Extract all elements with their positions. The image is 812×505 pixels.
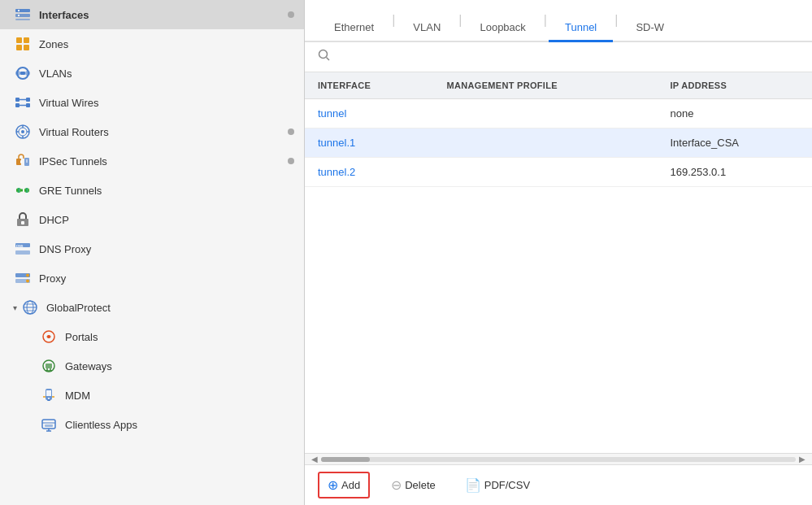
scroll-left-btn[interactable]: ◀ — [308, 455, 321, 464]
pdf-csv-label: PDF/CSV — [484, 479, 530, 491]
sidebar-item-clientless-apps[interactable]: Clientless Apps — [0, 410, 304, 439]
svg-rect-1 — [15, 14, 30, 17]
svg-point-68 — [319, 50, 328, 59]
tab-ethernet[interactable]: Ethernet — [318, 15, 390, 42]
svg-rect-8 — [24, 45, 29, 50]
sidebar-scroll[interactable]: Interfaces Zones — [0, 0, 304, 505]
svg-rect-58 — [47, 399, 50, 401]
tunnel1-link[interactable]: tunnel.1 — [318, 137, 355, 149]
sidebar-item-gateways[interactable]: Gateways — [0, 351, 304, 381]
tab-sep-4: | — [613, 13, 619, 28]
horizontal-scrollbar[interactable]: ◀ ▶ — [305, 453, 812, 464]
sidebar-item-virtual-wires[interactable]: Virtual Wires — [0, 88, 304, 117]
pdf-icon: 📄 — [465, 477, 481, 493]
proxy-icon — [13, 268, 33, 288]
interface-table: INTERFACE MANAGEMENT PROFILE IP ADDRESS … — [305, 72, 812, 187]
sidebar-item-virtual-routers[interactable]: Virtual Routers — [0, 117, 304, 146]
table-header-row: INTERFACE MANAGEMENT PROFILE IP ADDRESS — [305, 72, 812, 99]
cell-ip-tunnel2: 169.253.0.1 — [658, 158, 813, 187]
cell-interface-tunnel1[interactable]: tunnel.1 — [305, 128, 434, 158]
virtual-wires-icon — [13, 93, 33, 112]
add-button[interactable]: ⊕ Add — [318, 472, 370, 498]
tab-sd-w[interactable]: SD-W — [619, 15, 680, 42]
sidebar-item-portals[interactable]: Portals — [0, 322, 304, 351]
delete-button[interactable]: ⊖ Delete — [383, 473, 444, 497]
sidebar-item-virtual-routers-label: Virtual Routers — [39, 126, 284, 138]
svg-point-11 — [25, 71, 30, 76]
tunnel-link[interactable]: tunnel — [318, 107, 346, 120]
dns-proxy-icon: DNS — [13, 239, 33, 259]
virtual-routers-dot — [288, 128, 294, 135]
toolbar: ⊕ Add ⊖ Delete 📄 PDF/CSV — [305, 464, 812, 505]
table-row[interactable]: tunnel none — [305, 99, 812, 128]
tunnel2-link[interactable]: tunnel.2 — [318, 166, 355, 178]
svg-rect-5 — [16, 37, 22, 43]
add-icon: ⊕ — [328, 477, 338, 493]
tab-loopback[interactable]: Loopback — [463, 15, 541, 42]
interfaces-icon — [13, 5, 33, 24]
table-container[interactable]: INTERFACE MANAGEMENT PROFILE IP ADDRESS … — [305, 72, 812, 453]
delete-icon: ⊖ — [391, 477, 402, 493]
cell-ip-tunnel: none — [658, 99, 813, 128]
vlans-icon — [13, 63, 33, 83]
cell-interface-tunnel[interactable]: tunnel — [305, 99, 434, 128]
sidebar-item-ipsec-tunnels-label: IPSec Tunnels — [39, 155, 284, 168]
sidebar-item-gre-tunnels[interactable]: GRE Tunnels — [0, 176, 304, 205]
search-bar — [305, 42, 812, 72]
svg-rect-0 — [15, 9, 30, 12]
tab-tunnel[interactable]: Tunnel — [549, 15, 613, 42]
svg-point-51 — [47, 335, 50, 338]
sidebar-item-globalprotect-label: GlobalProtect — [46, 302, 294, 314]
svg-rect-3 — [18, 10, 20, 11]
sidebar-item-dhcp-label: DHCP — [39, 214, 294, 226]
sidebar-item-dns-proxy[interactable]: DNS DNS Proxy — [0, 234, 304, 263]
scroll-right-btn[interactable]: ▶ — [796, 455, 809, 464]
cell-interface-tunnel2[interactable]: tunnel.2 — [305, 158, 434, 187]
virtual-routers-icon — [13, 122, 33, 141]
svg-rect-27 — [20, 160, 22, 163]
clientless-apps-icon — [39, 415, 59, 434]
svg-point-21 — [21, 130, 24, 133]
svg-rect-7 — [16, 45, 22, 50]
sidebar-item-clientless-apps-label: Clientless Apps — [65, 419, 294, 431]
main-content: Ethernet | VLAN | Loopback | Tunnel | SD… — [305, 0, 812, 505]
globalprotect-collapse-arrow: ▾ — [13, 303, 17, 312]
svg-text:DNS: DNS — [16, 244, 24, 248]
sidebar-item-ipsec-tunnels[interactable]: IPSec Tunnels — [0, 146, 304, 176]
sidebar-item-dns-proxy-label: DNS Proxy — [39, 243, 294, 255]
col-interface: INTERFACE — [305, 72, 434, 99]
table-row[interactable]: tunnel.2 169.253.0.1 — [305, 158, 812, 187]
sidebar-item-interfaces-label: Interfaces — [39, 9, 284, 21]
sidebar-item-zones[interactable]: Zones — [0, 29, 304, 59]
mdm-icon — [39, 385, 59, 405]
sidebar-item-dhcp[interactable]: DHCP — [0, 205, 304, 234]
svg-rect-37 — [21, 221, 24, 224]
delete-label: Delete — [405, 479, 436, 491]
sidebar-item-proxy-label: Proxy — [39, 272, 294, 285]
sidebar-item-proxy[interactable]: Proxy — [0, 263, 304, 293]
interfaces-dot — [288, 11, 294, 18]
tab-sep-2: | — [457, 13, 463, 28]
search-input[interactable] — [336, 51, 799, 63]
zones-icon — [13, 34, 33, 54]
svg-line-69 — [327, 58, 330, 61]
sidebar-item-interfaces[interactable]: Interfaces — [0, 0, 304, 29]
gre-tunnels-icon — [13, 181, 33, 200]
cell-mgmt-tunnel — [434, 99, 658, 128]
sidebar-item-gateways-label: Gateways — [65, 360, 294, 372]
sidebar-item-vlans[interactable]: VLANs — [0, 59, 304, 88]
dhcp-icon — [13, 210, 33, 229]
svg-point-10 — [15, 71, 20, 76]
cell-ip-tunnel1: Interface_CSA — [658, 128, 813, 158]
svg-rect-53 — [46, 364, 52, 368]
sidebar-item-zones-label: Zones — [39, 38, 294, 50]
pdf-csv-button[interactable]: 📄 PDF/CSV — [457, 473, 538, 497]
sidebar-item-globalprotect[interactable]: ▾ GlobalProtect — [0, 293, 304, 322]
table-row[interactable]: tunnel.1 Interface_CSA — [305, 128, 812, 158]
svg-rect-14 — [26, 98, 30, 102]
scrollbar-thumb[interactable] — [321, 457, 370, 462]
gateways-icon — [39, 356, 59, 376]
scrollbar-track[interactable] — [321, 457, 796, 462]
sidebar-item-mdm[interactable]: MDM — [0, 381, 304, 410]
tab-vlan[interactable]: VLAN — [397, 15, 457, 42]
